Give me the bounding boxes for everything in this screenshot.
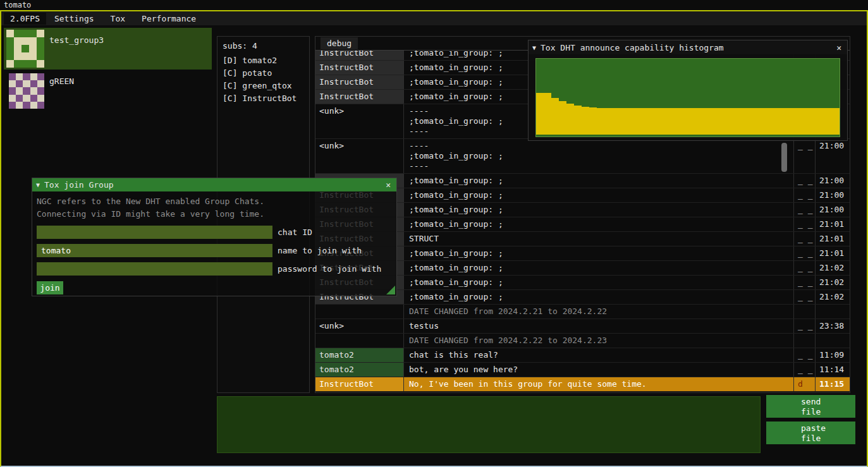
histogram-bar: [566, 104, 574, 135]
chat-scrollbar-thumb[interactable]: [781, 143, 787, 172]
histogram-window: ▼ Tox DHT announce capability histogram …: [528, 40, 848, 141]
join-field-label: name to join with: [278, 246, 362, 255]
chat-flags: _ _: [794, 290, 816, 304]
avatar-pixel: [23, 80, 30, 87]
close-icon[interactable]: ✕: [834, 43, 843, 52]
menu-item-performance[interactable]: Performance: [133, 13, 204, 25]
histogram-bar: [642, 108, 650, 135]
chat-sender[interactable]: <unk>: [315, 104, 404, 138]
avatar-pixel: [6, 30, 14, 37]
avatar-pixel: [30, 102, 37, 109]
join-info-text: NGC refers to the New DHT enabled Group …: [37, 195, 392, 221]
chat-sender[interactable]: InstructBot: [315, 75, 404, 89]
chat-sender[interactable]: <unk>: [315, 319, 404, 333]
histogram-title: Tox DHT announce capability histogram: [541, 43, 834, 52]
histogram-bar: [665, 108, 673, 135]
chat-sender[interactable]: InstructBot: [315, 61, 404, 75]
histogram-bar: [802, 108, 809, 135]
avatar-pixel: [9, 95, 16, 102]
join-info-line: NGC refers to the New DHT enabled Group …: [37, 195, 392, 208]
chat-time: 11:14: [816, 363, 850, 377]
avatar-pixel: [14, 30, 21, 37]
menu-item-tox[interactable]: Tox: [102, 13, 133, 25]
avatar-pixel: [30, 80, 37, 87]
chat-sender[interactable]: [315, 334, 404, 348]
member-items: [D] tomato2[C] potato[C] green_qtox[C] I…: [217, 54, 309, 105]
message-input[interactable]: [217, 396, 761, 453]
menu-item-settings[interactable]: Settings: [46, 13, 102, 25]
chat-row[interactable]: DATE CHANGED from 2024.2.22 to 2024.2.23: [315, 334, 850, 348]
histogram-bar: [673, 108, 680, 135]
menu-bar: 2.0FPS SettingsToxPerformance: [1, 11, 867, 25]
chat-message: ;tomato_in_group: ;: [404, 276, 794, 289]
chat-sender[interactable]: tomato2: [315, 348, 404, 362]
resize-grip[interactable]: [386, 286, 395, 294]
chat-flags: _ _: [794, 217, 816, 231]
chat-flags: _ _: [794, 188, 816, 202]
contact-item-test_group3[interactable]: test_group3: [4, 28, 212, 70]
join-group-titlebar[interactable]: ▼ Tox join Group ✕: [32, 178, 396, 191]
chat-sender[interactable]: InstructBot: [315, 377, 404, 391]
avatar-pixel: [37, 37, 44, 45]
collapse-arrow-icon[interactable]: ▼: [532, 44, 536, 51]
tab-debug[interactable]: debug: [321, 37, 358, 49]
histogram-bar: [718, 108, 726, 135]
member-item[interactable]: [C] green_qtox: [217, 80, 309, 92]
histogram-bar: [620, 108, 627, 135]
chat-row[interactable]: tomato2chat is this real?_ _11:09: [315, 348, 850, 363]
histogram-bar: [824, 108, 832, 135]
collapse-arrow-icon[interactable]: ▼: [36, 181, 40, 188]
avatar-pixel: [9, 73, 16, 80]
chat-row[interactable]: InstructBotNo, I've been in this group f…: [315, 377, 850, 392]
avatar-pixel: [23, 87, 30, 94]
histogram-bar: [604, 108, 612, 135]
chat-row[interactable]: tomato2bot, are you new here?_ _11:14: [315, 363, 850, 377]
chat-sender[interactable]: <unk>: [315, 139, 404, 173]
chat-flags: _ _: [794, 261, 816, 275]
chat-row[interactable]: <unk>testus_ _23:38: [315, 319, 850, 334]
close-icon[interactable]: ✕: [384, 180, 393, 190]
avatar-pixel: [37, 45, 44, 52]
histogram-bar: [589, 107, 597, 135]
join-button[interactable]: join: [37, 281, 63, 294]
join-info-line: Connecting via ID might take a very long…: [37, 208, 392, 221]
histogram-bar: [597, 108, 604, 135]
chat-flags: d: [794, 377, 816, 391]
avatar-pixel: [37, 102, 44, 109]
histogram-bar: [817, 108, 824, 135]
histogram-bar: [764, 108, 771, 135]
histogram-bar: [559, 101, 566, 135]
chat-message: ;tomato_in_group: ;: [404, 188, 794, 202]
chat-sender[interactable]: InstructBot: [315, 90, 404, 104]
chat-id-input[interactable]: [37, 226, 272, 239]
chat-time: [816, 305, 850, 318]
join-field-row: chat ID: [37, 226, 392, 239]
chat-row[interactable]: <unk>----;tomato_in_group: ;----_ _21:00: [315, 139, 850, 174]
paste-file-button[interactable]: paste file: [766, 422, 855, 444]
histogram-plot[interactable]: [535, 58, 840, 137]
join-fields: chat IDname to join withpassword to join…: [37, 226, 392, 276]
password-input[interactable]: [37, 262, 272, 276]
histogram-bar: [726, 108, 733, 135]
avatar-pixel: [37, 95, 44, 102]
member-item[interactable]: [D] tomato2: [217, 54, 309, 67]
avatar-pixel: [9, 87, 16, 94]
chat-message: ----;tomato_in_group: ;----: [404, 139, 794, 173]
chat-sender[interactable]: [315, 305, 404, 318]
histogram-bar: [741, 108, 749, 135]
avatar-pixel: [14, 52, 21, 60]
avatar-pixel: [30, 95, 37, 102]
member-item[interactable]: [C] potato: [217, 67, 309, 80]
chat-message: ;tomato_in_group: ;: [404, 290, 794, 304]
chat-time: 21:02: [816, 290, 850, 304]
send-file-button[interactable]: send file: [766, 395, 855, 418]
member-item[interactable]: [C] InstructBot: [217, 92, 309, 105]
chat-time: 21:01: [816, 232, 850, 246]
chat-sender[interactable]: tomato2: [315, 363, 404, 377]
contact-name: gREEN: [49, 76, 74, 86]
chat-row[interactable]: DATE CHANGED from 2024.2.21 to 2024.2.22: [315, 305, 850, 319]
name-input[interactable]: [37, 244, 272, 257]
histogram-titlebar[interactable]: ▼ Tox DHT announce capability histogram …: [529, 40, 847, 54]
join-group-title: Tox join Group: [44, 180, 384, 190]
contact-item-gREEN[interactable]: gREEN: [4, 71, 212, 110]
